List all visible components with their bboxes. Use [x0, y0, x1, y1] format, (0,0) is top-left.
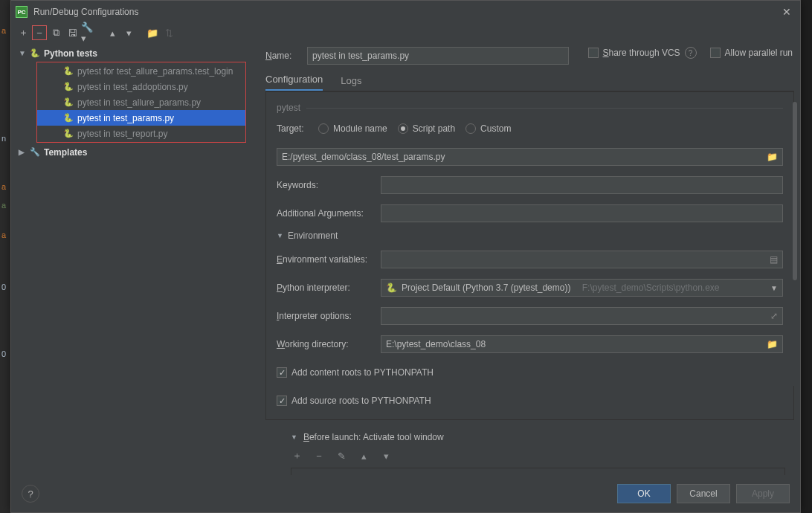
before-edit-button: ✎ [334, 448, 349, 463]
name-input[interactable] [307, 47, 569, 65]
close-icon[interactable]: ✕ [778, 4, 796, 19]
browse-icon[interactable]: 📁 [767, 152, 778, 162]
pytest-icon: 🐍 [62, 128, 74, 140]
tree-item-4[interactable]: 🐍pytest in test_report.py [37, 126, 245, 141]
before-up-button: ▴ [356, 448, 371, 463]
sort-button: ⇅ [161, 25, 176, 40]
browse-icon[interactable]: 📁 [767, 339, 778, 349]
allow-parallel-checkbox[interactable]: Allow parallel run [710, 48, 793, 58]
env-header: Environment [288, 230, 338, 241]
config-form: Name: Share through VCS? Allow parallel … [249, 42, 800, 475]
target-script-radio[interactable]: Script path [398, 123, 455, 134]
remove-config-button[interactable]: − [32, 25, 47, 40]
list-icon[interactable]: ▤ [770, 254, 778, 265]
tab-logs[interactable]: Logs [341, 75, 361, 91]
config-toolbar: ＋ − ⧉ 🖫 🔧▾ ▴ ▾ 📁 ⇅ [11, 23, 800, 42]
copy-config-button[interactable]: ⧉ [48, 25, 63, 40]
keywords-input[interactable] [381, 176, 783, 194]
pytest-icon: 🐍 [62, 112, 74, 124]
help-icon[interactable]: ? [685, 47, 697, 59]
tab-configuration[interactable]: Configuration [265, 74, 323, 91]
python-tests-icon: 🐍 [29, 48, 41, 59]
script-path-value: E:/pytest_demo/class_08/test_params.py [282, 152, 445, 162]
interpreter-combo[interactable]: 🐍Project Default (Python 3.7 (pytest_dem… [381, 279, 783, 297]
envvars-label: Environment variables: [277, 254, 381, 265]
interp-opts-label: Interpreter options: [277, 311, 381, 321]
interpreter-options-input[interactable]: ⤢ [381, 307, 783, 325]
pytest-section-label: pytest [277, 103, 300, 113]
move-up-button[interactable]: ▴ [105, 25, 120, 40]
python-icon: 🐍 [386, 283, 397, 293]
pytest-icon: 🐍 [62, 65, 74, 77]
config-tree[interactable]: ▼ 🐍 Python tests 🐍pytest for test_allure… [11, 42, 249, 475]
pytest-icon: 🐍 [62, 81, 74, 93]
collapse-arrow-icon[interactable]: ▼ [291, 433, 297, 441]
cancel-button[interactable]: Cancel [677, 484, 730, 503]
chevron-down-icon: ▼ [770, 284, 778, 292]
tree-item-3[interactable]: 🐍pytest in test_params.py [37, 110, 245, 126]
additional-args-input[interactable] [381, 204, 783, 222]
tree-item-2[interactable]: 🐍pytest in test_allure_params.py [37, 94, 245, 110]
apply-button[interactable]: Apply [736, 484, 790, 503]
window-title: Run/Debug Configurations [33, 7, 778, 17]
highlighted-config-group: 🐍pytest for test_allure_params.test_logi… [36, 62, 246, 143]
addargs-label: Additional Arguments: [277, 208, 381, 219]
tree-templates-label: Templates [44, 147, 87, 158]
before-launch-header: Before launch: Activate tool window [303, 432, 444, 442]
expand-arrow-icon[interactable]: ▶ [19, 148, 29, 156]
run-debug-dialog: PC Run/Debug Configurations ✕ ＋ − ⧉ 🖫 🔧▾… [10, 0, 801, 513]
folder-button[interactable]: 📁 [145, 25, 160, 40]
add-config-button[interactable]: ＋ [16, 25, 30, 40]
add-content-roots-checkbox[interactable]: Add content roots to PYTHONPATH [277, 367, 434, 378]
target-label: Target: [277, 123, 318, 134]
scrollbar-thumb[interactable] [793, 102, 797, 280]
before-remove-button: − [312, 448, 326, 463]
add-source-roots-checkbox[interactable]: Add source roots to PYTHONPATH [277, 396, 431, 406]
wrench-icon: 🔧 [29, 146, 41, 158]
tree-item-0[interactable]: 🐍pytest for test_allure_params.test_logi… [37, 63, 245, 79]
name-label: Name: [265, 51, 307, 61]
workdir-value: E:\pytest_demo\class_08 [386, 339, 486, 349]
working-directory-field[interactable]: E:\pytest_demo\class_08 📁 [381, 335, 783, 353]
save-config-button[interactable]: 🖫 [65, 25, 80, 40]
dialog-footer: ? OK Cancel Apply [11, 475, 800, 512]
keywords-label: Keywords: [277, 180, 381, 190]
target-module-radio[interactable]: Module name [318, 123, 387, 134]
pytest-icon: 🐍 [62, 97, 74, 109]
envvars-field[interactable]: ▤ [381, 251, 783, 268]
tree-item-1[interactable]: 🐍pytest in test_addoptions.py [37, 79, 245, 94]
target-custom-radio[interactable]: Custom [465, 123, 511, 134]
form-tabs: Configuration Logs [265, 71, 794, 91]
expand-icon[interactable]: ⤢ [770, 311, 778, 321]
vertical-scrollbar[interactable] [791, 102, 799, 386]
help-button[interactable]: ? [22, 485, 39, 503]
pycharm-icon: PC [16, 6, 28, 18]
workdir-label: Working directory: [277, 339, 381, 349]
wrench-dropdown-button[interactable]: 🔧▾ [81, 25, 96, 40]
editor-gutter: anaaa00 [0, 0, 10, 513]
script-path-field[interactable]: E:/pytest_demo/class_08/test_params.py 📁 [277, 148, 783, 166]
before-launch-tasks-empty: There are no tasks to run before launch [291, 468, 785, 475]
collapse-arrow-icon[interactable]: ▼ [19, 49, 29, 57]
before-add-button[interactable]: ＋ [289, 448, 304, 463]
tree-templates[interactable]: ▶ 🔧 Templates [16, 144, 249, 160]
collapse-arrow-icon[interactable]: ▼ [277, 232, 283, 239]
move-down-button[interactable]: ▾ [121, 25, 136, 40]
interpreter-label: Python interpreter: [277, 283, 381, 293]
before-down-button: ▾ [378, 448, 393, 463]
tree-group-python-tests[interactable]: ▼ 🐍 Python tests [16, 45, 249, 61]
share-vcs-checkbox[interactable]: Share through VCS? [588, 47, 697, 59]
titlebar: PC Run/Debug Configurations ✕ [11, 1, 800, 23]
tree-group-label: Python tests [44, 48, 97, 59]
ok-button[interactable]: OK [617, 484, 671, 503]
